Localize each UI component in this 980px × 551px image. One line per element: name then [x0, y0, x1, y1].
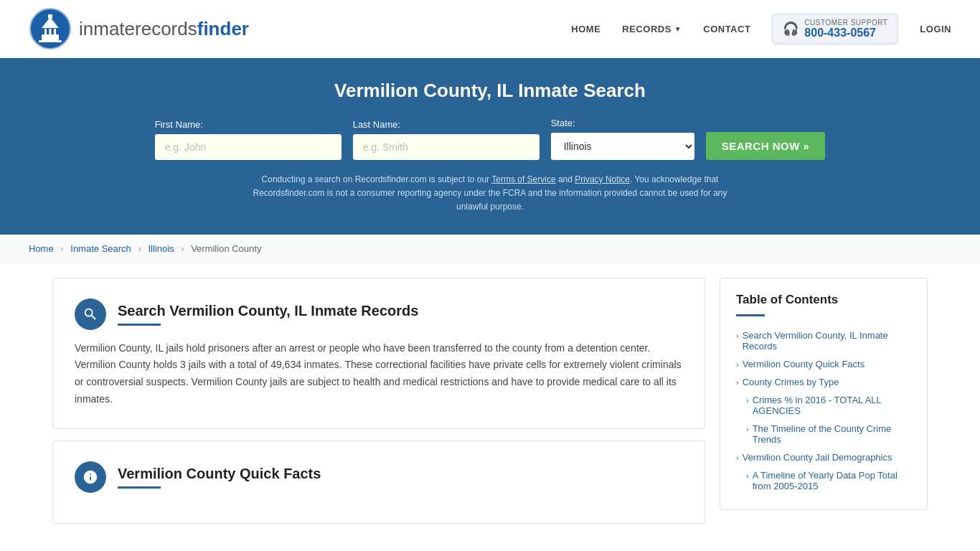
sidebar: Table of Contents › Search Vermilion Cou…: [720, 278, 928, 510]
logo-icon: [29, 7, 72, 50]
list-item: › County Crimes by Type: [736, 373, 911, 391]
chevron-right-icon: ›: [746, 471, 749, 480]
toc-link-3[interactable]: › County Crimes by Type: [736, 377, 911, 387]
breadcrumb-county: Vermilion County: [191, 243, 261, 254]
state-group: State: Illinois Alabama Alaska Arizona C…: [551, 118, 694, 160]
header: inmaterecordsfinder HOME RECORDS ▼ CONTA…: [0, 0, 980, 58]
toc-link-7[interactable]: › A Timeline of Yearly Data Pop Total fr…: [746, 470, 911, 491]
search-icon-circle: [75, 298, 106, 330]
svg-rect-6: [48, 14, 52, 19]
toc-label-3: County Crimes by Type: [743, 377, 839, 387]
login-button[interactable]: LOGIN: [920, 24, 951, 34]
list-item: › The Timeline of the County Crime Trend…: [736, 420, 911, 448]
list-item: › Crimes % in 2016 - TOTAL ALL AGENCIES: [736, 391, 911, 420]
toc-label-7: A Timeline of Yearly Data Pop Total from…: [753, 470, 911, 491]
toc-list: › Search Vermilion County, IL Inmate Rec…: [736, 326, 911, 495]
toc-link-2[interactable]: › Vermilion County Quick Facts: [736, 359, 911, 369]
terms-link[interactable]: Terms of Service: [491, 174, 555, 184]
last-name-input[interactable]: [353, 134, 540, 160]
breadcrumb: Home › Inmate Search › Illinois › Vermil…: [0, 235, 980, 263]
privacy-link[interactable]: Privacy Notice: [575, 174, 630, 184]
card-title-area: Search Vermilion County, IL Inmate Recor…: [118, 303, 418, 326]
list-item: › A Timeline of Yearly Data Pop Total fr…: [736, 466, 911, 495]
breadcrumb-sep-3: ›: [181, 243, 184, 254]
info-icon: [83, 469, 98, 485]
logo-area: inmaterecordsfinder: [29, 7, 249, 50]
content-area: Search Vermilion County, IL Inmate Recor…: [52, 278, 705, 535]
quick-facts-card: Vermilion County Quick Facts: [52, 441, 705, 524]
support-label: CUSTOMER SUPPORT: [804, 19, 887, 27]
svg-rect-2: [44, 29, 47, 35]
main-nav: HOME RECORDS ▼ CONTACT 🎧 CUSTOMER SUPPOR…: [571, 14, 951, 44]
toc-label-2: Vermilion County Quick Facts: [743, 359, 865, 369]
chevron-right-icon: ›: [736, 378, 739, 387]
breadcrumb-sep-2: ›: [138, 243, 141, 254]
toc-label-6: Vermilion County Jail Demographics: [743, 452, 892, 463]
list-item: › Vermilion County Jail Demographics: [736, 448, 911, 466]
hero-section: Vermilion County, IL Inmate Search First…: [0, 58, 980, 235]
card-title: Search Vermilion County, IL Inmate Recor…: [118, 303, 418, 319]
breadcrumb-sep-1: ›: [60, 243, 63, 254]
toc-link-6[interactable]: › Vermilion County Jail Demographics: [736, 452, 911, 463]
last-name-group: Last Name:: [353, 119, 540, 160]
inmate-records-card: Search Vermilion County, IL Inmate Recor…: [52, 278, 705, 429]
toc-label-5: The Timeline of the County Crime Trends: [753, 423, 911, 445]
chevron-right-icon: ›: [736, 331, 739, 340]
first-name-input[interactable]: [155, 134, 341, 160]
facts-icon-circle: [75, 461, 106, 493]
list-item: › Search Vermilion County, IL Inmate Rec…: [736, 326, 911, 355]
quick-facts-title: Vermilion County Quick Facts: [118, 466, 321, 482]
chevron-right-icon: ›: [736, 453, 739, 462]
chevron-right-icon: ›: [746, 396, 749, 405]
support-number: 800-433-0567: [804, 27, 887, 39]
toc-link-4[interactable]: › Crimes % in 2016 - TOTAL ALL AGENCIES: [746, 395, 911, 416]
toc-card: Table of Contents › Search Vermilion Cou…: [720, 278, 928, 510]
chevron-right-icon: ›: [746, 425, 749, 433]
search-button[interactable]: SEARCH NOW »: [706, 132, 826, 160]
card-body-text: Vermilion County, IL jails hold prisoner…: [75, 340, 683, 408]
svg-rect-3: [50, 29, 52, 35]
toc-label-1: Search Vermilion County, IL Inmate Recor…: [743, 330, 911, 352]
chevron-right-icon: ›: [736, 360, 739, 369]
search-icon: [83, 306, 98, 322]
main-container: Search Vermilion County, IL Inmate Recor…: [38, 278, 942, 535]
state-select[interactable]: Illinois Alabama Alaska Arizona Californ…: [551, 133, 694, 160]
support-info: CUSTOMER SUPPORT 800-433-0567: [804, 19, 887, 39]
quick-facts-title-area: Vermilion County Quick Facts: [118, 466, 321, 489]
toc-link-5[interactable]: › The Timeline of the County Crime Trend…: [746, 423, 911, 445]
toc-label-4: Crimes % in 2016 - TOTAL ALL AGENCIES: [753, 395, 911, 416]
card-header-search: Search Vermilion County, IL Inmate Recor…: [75, 298, 683, 330]
svg-rect-7: [39, 40, 62, 42]
card-title-underline: [118, 324, 161, 326]
last-name-label: Last Name:: [353, 119, 400, 130]
first-name-group: First Name:: [155, 119, 341, 160]
list-item: › Vermilion County Quick Facts: [736, 355, 911, 373]
logo-text: inmaterecordsfinder: [79, 18, 249, 40]
toc-title: Table of Contents: [736, 293, 911, 307]
first-name-label: First Name:: [155, 119, 203, 130]
hero-title: Vermilion County, IL Inmate Search: [29, 80, 951, 102]
quick-facts-underline: [118, 486, 161, 489]
search-form: First Name: Last Name: State: Illinois A…: [29, 118, 951, 160]
headphone-icon: 🎧: [783, 21, 798, 37]
svg-rect-1: [42, 34, 59, 40]
customer-support-box[interactable]: 🎧 CUSTOMER SUPPORT 800-433-0567: [772, 14, 898, 44]
svg-rect-4: [54, 29, 56, 35]
hero-disclaimer: Conducting a search on Recordsfinder.com…: [239, 173, 741, 215]
breadcrumb-home[interactable]: Home: [29, 243, 54, 254]
breadcrumb-illinois[interactable]: Illinois: [148, 243, 174, 254]
breadcrumb-inmate-search[interactable]: Inmate Search: [70, 243, 131, 254]
toc-link-1[interactable]: › Search Vermilion County, IL Inmate Rec…: [736, 330, 911, 352]
nav-records[interactable]: RECORDS ▼: [622, 24, 682, 34]
nav-contact[interactable]: CONTACT: [703, 24, 750, 34]
toc-divider: [736, 314, 765, 316]
nav-home[interactable]: HOME: [571, 24, 600, 34]
card-header-facts: Vermilion County Quick Facts: [75, 461, 683, 493]
state-label: State:: [551, 118, 575, 128]
chevron-down-icon: ▼: [674, 25, 682, 33]
